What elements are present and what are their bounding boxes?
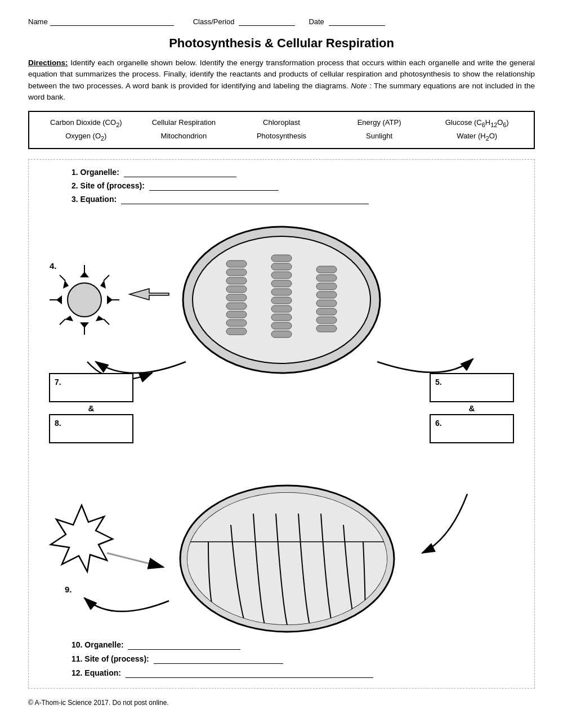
q3-answer[interactable] (121, 195, 369, 204)
word-bank: Carbon Dioxide (CO2) Cellular Respiratio… (28, 111, 535, 149)
q11-line: 11. Site of (process): (72, 654, 525, 664)
svg-rect-32 (271, 272, 292, 278)
svg-rect-42 (316, 283, 337, 290)
copyright: © A-Thom-ic Science 2017. Do not post on… (28, 699, 535, 707)
svg-rect-44 (316, 300, 337, 307)
q11-label: 11. Site of (process): (72, 654, 149, 663)
q3-label: 3. Equation: (72, 195, 117, 204)
q1-line: 1. Organelle: (72, 168, 525, 177)
svg-rect-25 (226, 294, 247, 301)
svg-rect-41 (316, 275, 337, 281)
class-line (239, 17, 295, 26)
header: Name Class/Period Date (28, 17, 535, 26)
svg-rect-34 (271, 289, 292, 295)
svg-line-5 (60, 319, 65, 325)
svg-marker-14 (56, 295, 62, 304)
q12-label: 12. Equation: (72, 668, 121, 677)
svg-marker-12 (80, 322, 89, 328)
top-questions: 1. Organelle: 2. Site of (process): 3. E… (38, 168, 525, 204)
svg-rect-33 (271, 280, 292, 287)
svg-line-1 (104, 275, 109, 281)
svg-marker-10 (107, 295, 113, 304)
svg-rect-46 (316, 317, 337, 323)
box-6[interactable]: 6. (430, 414, 514, 443)
q7-label: 7. (55, 378, 61, 387)
svg-point-16 (68, 283, 101, 317)
svg-rect-24 (226, 286, 247, 293)
svg-rect-45 (316, 308, 337, 315)
q12-answer[interactable] (126, 668, 373, 678)
svg-text:9.: 9. (65, 585, 72, 594)
svg-line-7 (60, 275, 65, 281)
directions-label: Directions: (28, 59, 68, 67)
wb-item-8: Photosynthesis (233, 130, 330, 143)
wb-item-5: Glucose (C6H12O6) (428, 116, 526, 130)
wb-item-4: Energy (ATP) (330, 116, 428, 130)
wb-item-9: Sunlight (330, 130, 428, 143)
svg-rect-37 (271, 314, 292, 321)
directions: Directions: Identify each organelle show… (28, 57, 535, 103)
svg-rect-22 (226, 269, 247, 276)
svg-line-3 (104, 319, 109, 325)
box-5[interactable]: 5. (430, 373, 514, 402)
wb-item-1: Carbon Dioxide (CO2) (37, 116, 135, 130)
q1-answer[interactable] (124, 168, 236, 177)
svg-line-54 (107, 553, 163, 567)
ampersand-1: & (49, 402, 133, 414)
q2-line: 2. Site of (process): (72, 181, 525, 191)
q12-line: 12. Equation: (72, 668, 525, 678)
svg-marker-11 (96, 316, 104, 321)
q1-label: 1. Organelle: (72, 168, 119, 177)
date-line (329, 17, 385, 26)
svg-marker-13 (65, 316, 73, 321)
name-label: Name (28, 17, 48, 26)
ampersand-2: & (430, 402, 514, 414)
left-boxes: 7. & 8. (49, 373, 133, 443)
wb-item-3: Chloroplast (233, 116, 330, 130)
right-boxes: 5. & 6. (430, 373, 514, 443)
svg-rect-28 (226, 320, 247, 326)
note-label: Note (351, 82, 367, 90)
q3-line: 3. Equation: (72, 195, 525, 204)
svg-rect-47 (316, 325, 337, 332)
svg-rect-43 (316, 291, 337, 298)
class-label: Class/Period (193, 17, 235, 26)
svg-marker-15 (63, 280, 69, 289)
q11-answer[interactable] (154, 654, 283, 664)
svg-rect-35 (271, 297, 292, 304)
svg-rect-23 (226, 277, 247, 284)
box-7[interactable]: 7. (49, 373, 133, 402)
q2-label: 2. Site of (process): (72, 181, 145, 190)
bottom-questions: 10. Organelle: 11. Site of (process): 12… (38, 640, 525, 678)
svg-rect-39 (271, 331, 292, 338)
q8-label: 8. (55, 419, 61, 428)
svg-marker-18 (129, 289, 169, 300)
wb-item-6: Oxygen (O2) (37, 130, 135, 143)
name-line (50, 17, 174, 26)
svg-point-57 (187, 492, 387, 625)
svg-rect-40 (316, 266, 337, 273)
top-diagram-container: 1. Organelle: 2. Site of (process): 3. E… (28, 159, 535, 689)
svg-rect-27 (226, 311, 247, 318)
chloroplast-diagram: 4. (39, 210, 524, 396)
svg-rect-26 (226, 303, 247, 309)
svg-marker-9 (100, 280, 106, 289)
date-label: Date (309, 17, 324, 26)
mitochondrion-diagram: 9. (39, 449, 524, 646)
q5-label: 5. (435, 378, 442, 387)
box-8[interactable]: 8. (49, 414, 133, 443)
svg-text:4.: 4. (50, 261, 57, 271)
svg-rect-31 (271, 263, 292, 270)
svg-marker-52 (51, 505, 113, 572)
wb-item-7: Mitochondrion (135, 130, 233, 143)
q6-label: 6. (435, 419, 442, 428)
svg-rect-36 (271, 305, 292, 312)
q2-answer[interactable] (149, 181, 279, 191)
wb-item-2: Cellular Respiration (135, 116, 233, 130)
svg-rect-29 (226, 328, 247, 335)
page-title: Photosynthesis & Cellular Respiration (28, 36, 535, 51)
wb-item-10: Water (H2O) (428, 130, 526, 143)
svg-marker-8 (80, 272, 89, 277)
svg-rect-38 (271, 322, 292, 329)
svg-rect-21 (226, 260, 247, 267)
